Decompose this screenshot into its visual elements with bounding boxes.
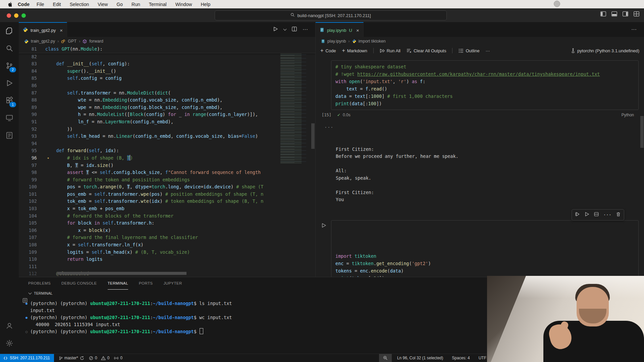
horizontal-scrollbar[interactable] bbox=[57, 272, 186, 275]
copilot-sparkle-icon[interactable]: ✦ bbox=[47, 155, 49, 162]
breadcrumb-file[interactable]: play.ipynb bbox=[327, 39, 346, 44]
notebook-code-line[interactable]: text = f.read() bbox=[335, 85, 636, 93]
menu-item-view[interactable]: View bbox=[93, 2, 112, 7]
editor-more-actions-icon[interactable]: ··· bbox=[303, 26, 308, 33]
code-line-91[interactable]: 91 ln_f = nn.LayerNorm(config.n_embd), bbox=[19, 118, 315, 126]
code-line-109[interactable]: 109 logits = self.lm_head(x) # (B, T, vo… bbox=[19, 249, 315, 256]
split-cell-icon[interactable] bbox=[594, 211, 599, 219]
code-editor[interactable]: 81class GPT(nn.Module):8283 def __init__… bbox=[19, 46, 315, 277]
search-sidebar-icon[interactable] bbox=[0, 40, 19, 57]
notebook-code-line[interactable]: # !wget https://raw.githubusercontent.co… bbox=[335, 70, 636, 78]
code-line-107[interactable]: 107 # forward the final layernorm and th… bbox=[19, 234, 315, 241]
code-line-87[interactable]: 87 self.transformer = nn.ModuleDict(dict… bbox=[19, 89, 315, 97]
breadcrumb-file[interactable]: train_gpt2.py bbox=[31, 39, 55, 44]
toolbar-more-icon[interactable]: ··· bbox=[486, 48, 490, 53]
code-line-85[interactable]: 85 self.config = config bbox=[19, 75, 315, 82]
cursor-position[interactable]: Ln 96, Col 32 (1 selected) bbox=[397, 356, 443, 360]
indentation[interactable]: Spaces: 4 bbox=[452, 356, 470, 360]
code-line-82[interactable]: 82 bbox=[19, 53, 315, 61]
menu-item-terminal[interactable]: Terminal bbox=[145, 2, 171, 7]
run-below-icon[interactable] bbox=[585, 211, 589, 219]
notebook-code-line[interactable]: import tiktoken bbox=[335, 252, 636, 260]
notebook-code-line[interactable]: print(data[:100]) bbox=[335, 100, 636, 107]
camera-indicator-icon[interactable] bbox=[554, 1, 560, 8]
code-line-88[interactable]: 88 wte = nn.Embedding(config.vocab_size,… bbox=[19, 97, 315, 104]
add-markdown-cell-button[interactable]: +Markdown bbox=[342, 48, 367, 54]
notebook-code-line[interactable]: enc = tiktoken.get_encoding('gpt2') bbox=[335, 260, 636, 267]
run-all-button[interactable]: Run All bbox=[380, 48, 400, 53]
code-line-90[interactable]: 90 h = nn.ModuleList([Block(config) for … bbox=[19, 111, 315, 118]
clear-all-outputs-button[interactable]: Clear All Outputs bbox=[407, 48, 446, 53]
tab-train-gpt2[interactable]: train_gpt2.py × bbox=[19, 22, 67, 38]
menu-item-help[interactable]: Help bbox=[196, 2, 215, 7]
menu-item-edit[interactable]: Edit bbox=[49, 2, 65, 7]
accounts-icon[interactable] bbox=[0, 317, 19, 335]
code-line-83[interactable]: 83 def __init__(self, config): bbox=[19, 60, 315, 68]
code-line-86[interactable]: 86 bbox=[19, 82, 315, 89]
menu-item-file[interactable]: File bbox=[32, 2, 49, 7]
menu-item-go[interactable]: Go bbox=[112, 2, 127, 7]
close-window-button[interactable] bbox=[7, 13, 11, 18]
code-line-95[interactable]: 95 def forward(self, idx): bbox=[19, 147, 315, 155]
problems-indicator[interactable]: 0 0 bbox=[89, 356, 109, 360]
close-tab-icon[interactable]: × bbox=[356, 27, 359, 33]
menu-item-window[interactable]: Window bbox=[171, 2, 197, 7]
menu-item-selection[interactable]: Selection bbox=[65, 2, 94, 7]
code-line-103[interactable]: 103 x = tok_emb + pos_emb bbox=[19, 205, 315, 213]
cell-more-icon[interactable]: ··· bbox=[603, 211, 611, 219]
remote-indicator[interactable]: SSH: 207.211.170.211 bbox=[0, 354, 54, 362]
code-line-92[interactable]: 92 )) bbox=[19, 126, 315, 133]
command-center-search[interactable]: build-nanogpt [SSH: 207.211.170.211] bbox=[215, 10, 447, 20]
code-line-110[interactable]: 110 return logits bbox=[19, 256, 315, 263]
notebook-scrollbar[interactable] bbox=[640, 116, 644, 148]
menu-app-name[interactable]: Code bbox=[18, 2, 30, 7]
toggle-secondary-sidebar-icon[interactable] bbox=[623, 11, 628, 16]
code-line-96[interactable]: 96✦ # idx is of shape (B, T) bbox=[19, 155, 315, 162]
breadcrumb-class[interactable]: GPT bbox=[68, 39, 76, 44]
editor-more-actions-icon[interactable]: ··· bbox=[631, 26, 637, 33]
code-line-93[interactable]: 93 self.lm_head = nn.Linear(config.n_emb… bbox=[19, 133, 315, 140]
run-python-file-icon[interactable] bbox=[273, 26, 278, 33]
code-line-105[interactable]: 105 for block in self.transformer.h: bbox=[19, 220, 315, 227]
panel-tab-debug-console[interactable]: DEBUG CONSOLE bbox=[61, 277, 97, 290]
code-line-104[interactable]: 104 # forward the blocks of the transfor… bbox=[19, 213, 315, 220]
code-line-89[interactable]: 89 wpe = nn.Embedding(config.block_size,… bbox=[19, 104, 315, 111]
code-line-94[interactable]: 94 bbox=[19, 140, 315, 147]
broadcast-indicator[interactable]: 0 bbox=[114, 356, 122, 360]
code-line-106[interactable]: 106 x = block(x) bbox=[19, 227, 315, 234]
run-dropdown-chevron-icon[interactable] bbox=[283, 27, 287, 31]
customize-layout-icon[interactable] bbox=[634, 11, 639, 16]
extensions-icon[interactable]: 1 bbox=[0, 92, 19, 109]
kernel-picker[interactable]: pytorchn (Python 3.1.undefined) bbox=[571, 48, 644, 53]
notebook-code-line[interactable]: data = text[:1000] # first 1,000 charact… bbox=[335, 93, 636, 100]
menu-item-run[interactable]: Run bbox=[127, 2, 145, 7]
toggle-panel-icon[interactable] bbox=[611, 11, 617, 16]
notebook-explorer-icon[interactable] bbox=[0, 127, 19, 144]
code-line-111[interactable]: 111 bbox=[19, 263, 315, 270]
settings-gear-icon[interactable] bbox=[0, 335, 19, 352]
minimap[interactable] bbox=[280, 47, 310, 164]
run-debug-icon[interactable] bbox=[0, 74, 19, 92]
notebook-code-line[interactable]: tokens = enc.encode(data) bbox=[335, 267, 636, 275]
notebook-code-line[interactable]: with open('input.txt', 'r') as f: bbox=[335, 78, 636, 85]
code-line-108[interactable]: 108 x = self.transformer.ln_f(x) bbox=[19, 241, 315, 249]
notebook-code-line[interactable]: # tiny shakespeare dataset bbox=[335, 63, 636, 70]
minimize-window-button[interactable] bbox=[14, 13, 18, 18]
output-actions-icon[interactable]: ··· bbox=[324, 124, 333, 131]
breadcrumb-method[interactable]: forward bbox=[89, 39, 103, 44]
add-code-cell-button[interactable]: +Code bbox=[320, 48, 336, 54]
code-line-99[interactable]: 99 # forward the token and posisition em… bbox=[19, 176, 315, 184]
panel-tab-ports[interactable]: PORTS bbox=[139, 277, 153, 290]
remote-explorer-icon[interactable] bbox=[0, 109, 19, 127]
delete-cell-icon[interactable] bbox=[616, 211, 621, 219]
outline-button[interactable]: Outline bbox=[459, 48, 479, 53]
tab-play-ipynb[interactable]: play.ipynb U × bbox=[316, 22, 364, 38]
zoom-indicator[interactable] bbox=[379, 354, 392, 362]
apple-logo-icon[interactable] bbox=[7, 2, 12, 7]
code-line-102[interactable]: 102 tok_emb = self.transformer.wte(idx) … bbox=[19, 198, 315, 205]
run-above-icon[interactable] bbox=[575, 211, 580, 219]
code-line-84[interactable]: 84 super().__init__() bbox=[19, 68, 315, 75]
source-control-icon[interactable]: 2 bbox=[0, 57, 19, 74]
code-line-98[interactable]: 98 assert T <= self.config.block_size, f… bbox=[19, 169, 315, 176]
panel-tab-problems[interactable]: PROBLEMS bbox=[28, 277, 51, 290]
